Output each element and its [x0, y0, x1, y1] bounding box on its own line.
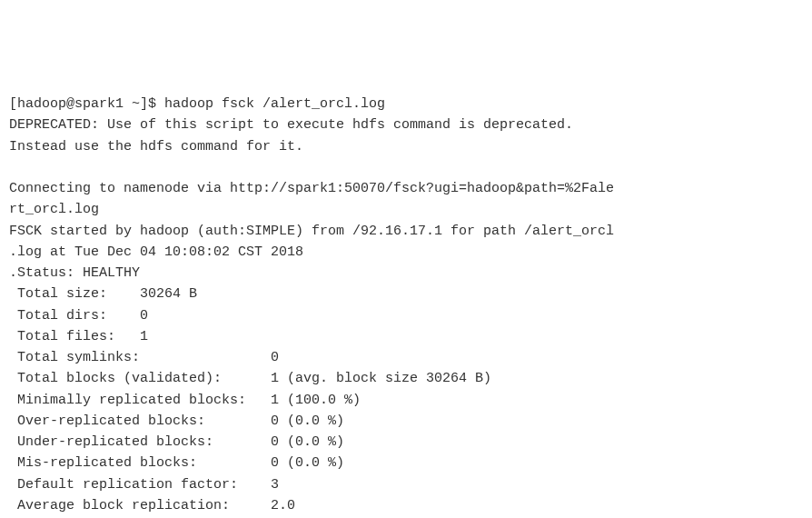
command-input[interactable]: hadoop fsck /alert_orcl.log [164, 96, 385, 112]
stat-total-dirs: Total dirs: 0 [9, 308, 148, 324]
stat-avg-repl: Average block replication: 2.0 [9, 498, 295, 513]
stat-total-files: Total files: 1 [9, 329, 148, 344]
output-line: DEPRECATED: Use of this script to execut… [9, 117, 573, 133]
status-line: .Status: HEALTHY [9, 265, 140, 281]
output-line: FSCK started by hadoop (auth:SIMPLE) fro… [9, 224, 614, 239]
stat-total-blocks: Total blocks (validated): 1 (avg. block … [9, 371, 491, 386]
output-line: .log at Tue Dec 04 10:08:02 CST 2018 [9, 244, 303, 260]
stat-under-repl: Under-replicated blocks: 0 (0.0 %) [9, 434, 344, 450]
output-line: Instead use the hdfs command for it. [9, 139, 303, 154]
stat-total-symlinks: Total symlinks: 0 [9, 350, 279, 365]
stat-mis-repl: Mis-replicated blocks: 0 (0.0 %) [9, 455, 344, 471]
stat-min-repl: Minimally replicated blocks: 1 (100.0 %) [9, 393, 361, 408]
output-line: rt_orcl.log [9, 202, 99, 217]
terminal-output: [hadoop@spark1 ~]$ hadoop fsck /alert_or… [9, 94, 803, 518]
stat-def-repl: Default replication factor: 3 [9, 477, 279, 493]
stat-over-repl: Over-replicated blocks: 0 (0.0 %) [9, 413, 344, 429]
shell-prompt: [hadoop@spark1 ~]$ [9, 96, 164, 112]
stat-total-size: Total size: 30264 B [9, 286, 197, 302]
output-line: Connecting to namenode via http://spark1… [9, 181, 614, 196]
